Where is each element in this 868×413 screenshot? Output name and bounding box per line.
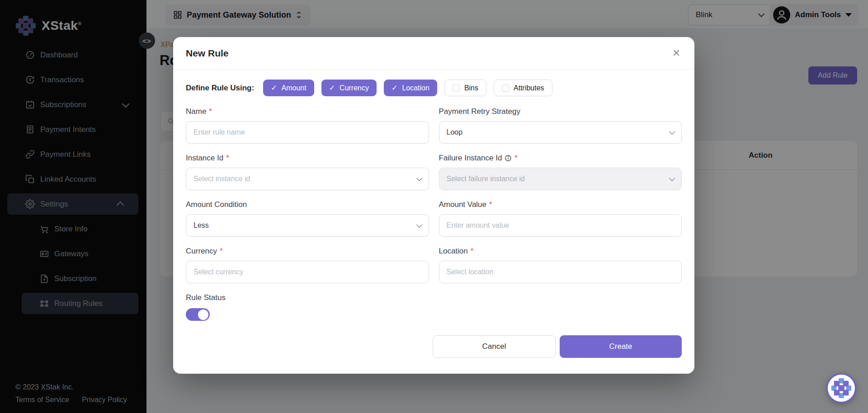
checkbox-icon <box>453 84 460 92</box>
pill-attributes[interactable]: Attributes <box>494 80 552 96</box>
rule-status-label: Rule Status <box>186 293 682 302</box>
modal-header: New Rule ✕ <box>173 37 694 70</box>
define-rule-label: Define Rule Using: <box>186 84 254 93</box>
instance-id-select[interactable]: Select instance id <box>186 168 429 190</box>
cancel-button[interactable]: Cancel <box>433 335 556 358</box>
field-payment-retry-strategy: Payment Retry Strategy Loop <box>439 107 682 144</box>
modal-actions: Cancel Create <box>186 335 682 358</box>
info-icon <box>505 155 512 162</box>
modal-title: New Rule <box>186 48 229 59</box>
amount-value-input[interactable] <box>447 221 675 230</box>
check-icon: ✓ <box>392 84 397 92</box>
failure-instance-id-select: Select failure instance id <box>439 168 682 190</box>
retry-strategy-select[interactable]: Loop <box>439 121 682 144</box>
xstak-logo-icon <box>831 378 852 399</box>
check-icon: ✓ <box>271 84 277 92</box>
required-asterisk: * <box>514 154 518 163</box>
required-asterisk: * <box>471 247 474 256</box>
chevron-down-icon <box>416 175 422 181</box>
field-amount-value: Amount Value* <box>439 200 682 237</box>
close-icon[interactable]: ✕ <box>669 46 684 61</box>
field-failure-instance-id: Failure Instance Id * Select failure ins… <box>439 154 682 190</box>
modal-body: Define Rule Using: ✓Amount ✓Currency ✓Lo… <box>173 70 694 358</box>
toggle-knob <box>198 310 208 320</box>
new-rule-modal: New Rule ✕ Define Rule Using: ✓Amount ✓C… <box>173 37 694 374</box>
amount-condition-select[interactable]: Less <box>186 214 429 237</box>
pill-bins[interactable]: Bins <box>444 80 486 96</box>
rule-form: Name* Payment Retry Strategy Loop Instan… <box>186 107 682 283</box>
chevron-down-icon <box>416 222 422 228</box>
required-asterisk: * <box>489 200 492 209</box>
pill-location[interactable]: ✓Location <box>384 80 437 96</box>
rule-name-input[interactable] <box>193 128 421 136</box>
pill-currency[interactable]: ✓Currency <box>321 80 377 96</box>
field-instance-id: Instance Id* Select instance id <box>186 154 429 190</box>
required-asterisk: * <box>209 107 212 116</box>
rule-status-section: Rule Status <box>186 293 682 321</box>
field-amount-condition: Amount Condition Less <box>186 200 429 237</box>
required-asterisk: * <box>220 247 223 256</box>
currency-input[interactable] <box>193 268 421 276</box>
floating-brand-widget[interactable] <box>826 373 856 403</box>
define-rule-row: Define Rule Using: ✓Amount ✓Currency ✓Lo… <box>186 80 682 96</box>
create-button[interactable]: Create <box>560 335 682 358</box>
required-asterisk: * <box>226 154 229 163</box>
field-location: Location* <box>439 247 682 283</box>
check-icon: ✓ <box>329 84 335 92</box>
pill-amount[interactable]: ✓Amount <box>263 80 314 96</box>
chevron-down-icon <box>669 175 675 181</box>
rule-status-toggle[interactable] <box>186 308 210 321</box>
checkbox-icon <box>502 84 509 92</box>
location-input[interactable] <box>447 268 675 276</box>
field-name: Name* <box>186 107 429 144</box>
field-currency: Currency* <box>186 247 429 283</box>
chevron-down-icon <box>669 129 675 135</box>
